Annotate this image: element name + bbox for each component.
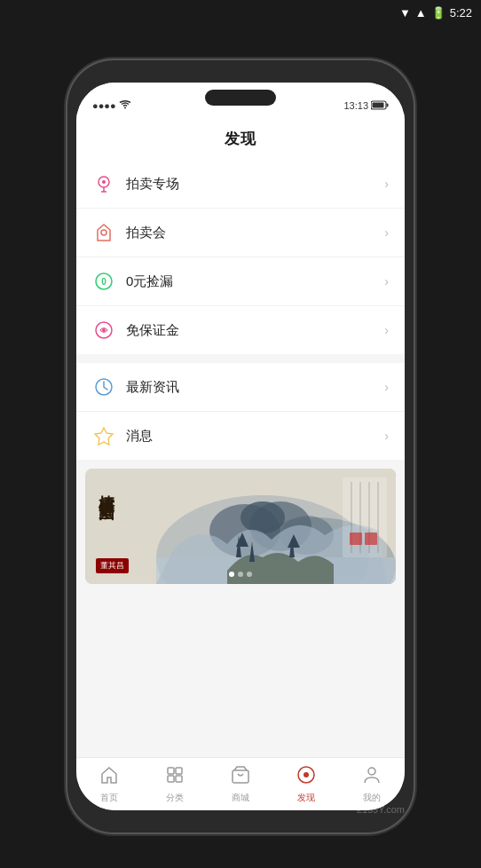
tab-home[interactable]: 首页 — [76, 765, 142, 804]
status-left: ●●●● — [92, 100, 131, 111]
latest-news-arrow: › — [384, 380, 389, 394]
category-icon — [165, 765, 185, 789]
svg-rect-25 — [350, 533, 362, 545]
notch-pill — [205, 90, 276, 106]
svg-rect-28 — [176, 768, 182, 774]
svg-rect-1 — [387, 103, 389, 107]
phone-screen: ●●●● 13:13 — [76, 83, 405, 810]
wifi-icon: ▼ — [399, 6, 411, 20]
menu-item-messages[interactable]: 消息 › — [76, 412, 405, 460]
dot-2 — [238, 572, 243, 577]
svg-rect-30 — [176, 776, 182, 782]
menu-section-1: 拍卖专场 › 拍卖会 › — [76, 160, 405, 354]
zero-find-icon: 0 — [92, 270, 115, 293]
messages-icon — [92, 424, 115, 447]
desktop-status-bar: ▼ ▲ 🔋 5:22 — [0, 0, 481, 25]
signal-bars: ●●●● — [92, 100, 116, 111]
tab-home-label: 首页 — [100, 792, 118, 804]
banner-title-vertical: 棲霞全景图 — [96, 482, 115, 495]
page-title: 发现 — [76, 129, 405, 149]
menu-item-latest-news[interactable]: 最新资讯 › — [76, 363, 405, 412]
tab-mine-label: 我的 — [363, 792, 381, 804]
auction-venue-arrow: › — [384, 177, 389, 191]
banner-inner: 棲霞全景图 董其昌 — [85, 469, 396, 584]
messages-arrow: › — [384, 429, 389, 443]
banner-subtitle: 董其昌 — [96, 558, 129, 573]
tab-category[interactable]: 分类 — [142, 765, 208, 804]
mine-icon — [362, 765, 382, 789]
auction-house-label: 拍卖会 — [126, 225, 384, 241]
svg-point-33 — [304, 772, 309, 777]
svg-text:0: 0 — [101, 277, 106, 287]
menu-item-free-deposit[interactable]: 免保证金 › — [76, 306, 405, 354]
tab-shop-label: 商城 — [232, 792, 249, 804]
svg-point-5 — [101, 230, 106, 235]
zero-find-arrow: › — [384, 274, 389, 288]
svg-rect-31 — [233, 770, 248, 783]
phone-frame: ●●●● 13:13 — [67, 60, 414, 832]
svg-point-18 — [240, 501, 285, 533]
dot-3 — [247, 572, 252, 577]
battery-status-icon — [371, 100, 389, 112]
desktop-icons: ▼ ▲ 🔋 5:22 — [399, 6, 472, 20]
tab-mine[interactable]: 我的 — [339, 765, 405, 804]
free-deposit-arrow: › — [384, 323, 389, 337]
tab-discover-label: 发现 — [297, 792, 315, 804]
svg-rect-20 — [343, 477, 387, 557]
auction-venue-label: 拍卖专场 — [126, 176, 384, 193]
battery-desktop-icon: 🔋 — [431, 6, 446, 20]
discover-icon — [296, 765, 316, 789]
main-content[interactable]: 拍卖专场 › 拍卖会 › — [76, 160, 405, 757]
auction-house-icon — [92, 221, 115, 244]
home-icon — [99, 765, 119, 789]
menu-item-auction-venue[interactable]: 拍卖专场 › — [76, 160, 405, 209]
svg-point-9 — [102, 328, 106, 332]
svg-point-4 — [102, 180, 106, 184]
status-bar: ●●●● 13:13 — [76, 83, 405, 122]
banner-dots — [229, 572, 252, 577]
zero-find-label: 0元捡漏 — [126, 273, 384, 290]
auction-venue-icon — [92, 172, 115, 195]
menu-item-zero-find[interactable]: 0 0元捡漏 › — [76, 257, 405, 306]
desktop-time: 5:22 — [450, 6, 472, 20]
tab-category-label: 分类 — [166, 792, 184, 804]
tab-shop[interactable]: 商城 — [208, 765, 273, 804]
page-title-bar: 发现 — [76, 122, 405, 160]
tab-discover[interactable]: 发现 — [273, 765, 339, 804]
wifi-status-icon — [119, 100, 131, 111]
svg-point-34 — [368, 768, 375, 775]
svg-marker-11 — [95, 428, 113, 445]
banner-section[interactable]: 棲霞全景图 董其昌 — [85, 469, 396, 584]
tab-bar: 首页 分类 — [76, 757, 405, 810]
svg-rect-26 — [365, 533, 377, 545]
auction-house-arrow: › — [384, 225, 389, 240]
svg-rect-2 — [373, 102, 384, 107]
svg-rect-29 — [168, 776, 174, 782]
shop-icon — [231, 765, 250, 789]
latest-news-icon — [92, 375, 115, 398]
status-right: 13:13 — [343, 100, 389, 112]
latest-news-label: 最新资讯 — [126, 379, 384, 396]
svg-rect-27 — [168, 768, 174, 774]
messages-label: 消息 — [126, 428, 384, 445]
free-deposit-label: 免保证金 — [126, 322, 384, 339]
signal-icon: ▲ — [415, 6, 427, 20]
free-deposit-icon — [92, 319, 115, 342]
dot-1 — [229, 572, 234, 577]
menu-item-auction-house[interactable]: 拍卖会 › — [76, 209, 405, 257]
menu-section-2: 最新资讯 › 消息 › — [76, 363, 405, 460]
status-time: 13:13 — [343, 100, 368, 111]
